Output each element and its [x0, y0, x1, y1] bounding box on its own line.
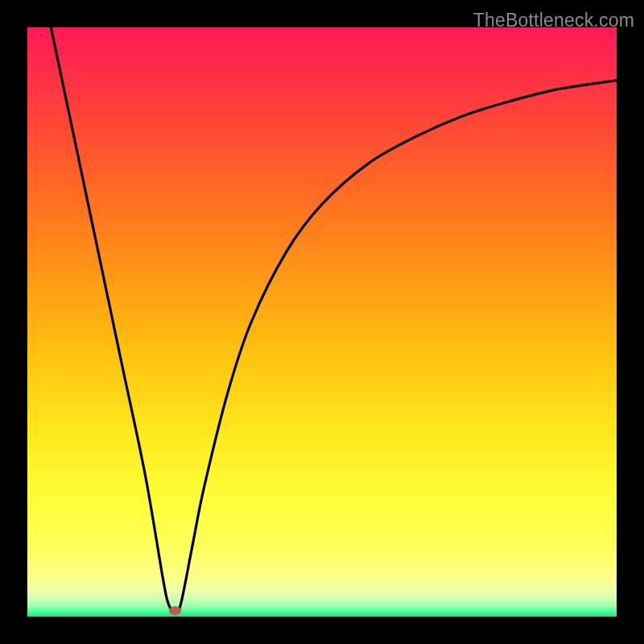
bottleneck-curve — [27, 27, 617, 617]
watermark-text: TheBottleneck.com — [473, 10, 634, 31]
chart-frame: TheBottleneck.com — [0, 0, 644, 644]
optimal-marker — [169, 606, 181, 615]
plot-area — [27, 27, 617, 617]
